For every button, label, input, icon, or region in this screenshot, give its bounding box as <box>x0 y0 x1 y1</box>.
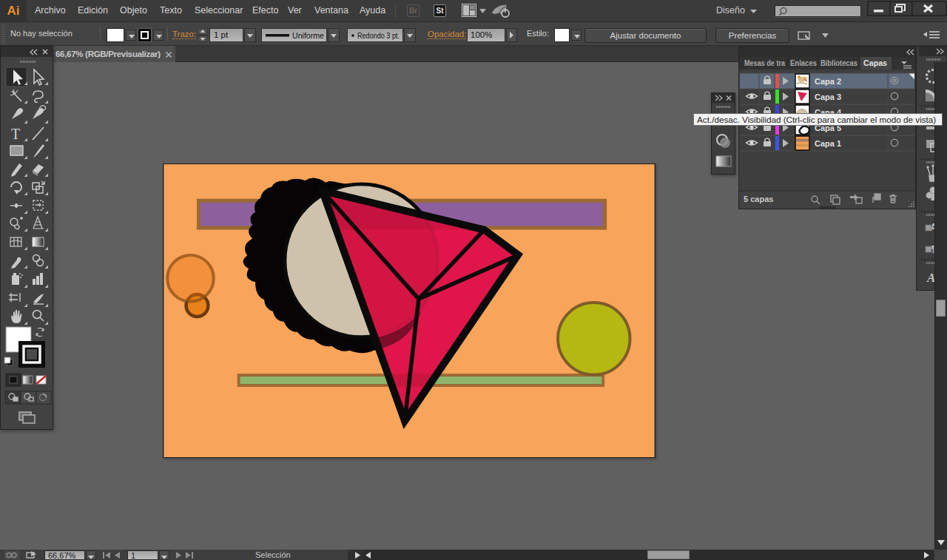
svg-text:Capas: Capas <box>863 58 887 67</box>
svg-text:5 capas: 5 capas <box>744 195 773 203</box>
svg-text:Uniforme: Uniforme <box>292 31 324 40</box>
svg-text:Capa 3: Capa 3 <box>815 92 841 101</box>
svg-text:T: T <box>11 126 20 142</box>
svg-text:Redondo 3 pt.: Redondo 3 pt. <box>357 31 400 40</box>
svg-text:Bibliotecas: Bibliotecas <box>820 58 857 67</box>
svg-text:Capa 1: Capa 1 <box>815 139 841 148</box>
svg-text:Mesas de tra: Mesas de tra <box>744 58 785 67</box>
svg-text:Enlaces: Enlaces <box>790 58 817 67</box>
svg-text:Capa 2: Capa 2 <box>815 77 841 86</box>
